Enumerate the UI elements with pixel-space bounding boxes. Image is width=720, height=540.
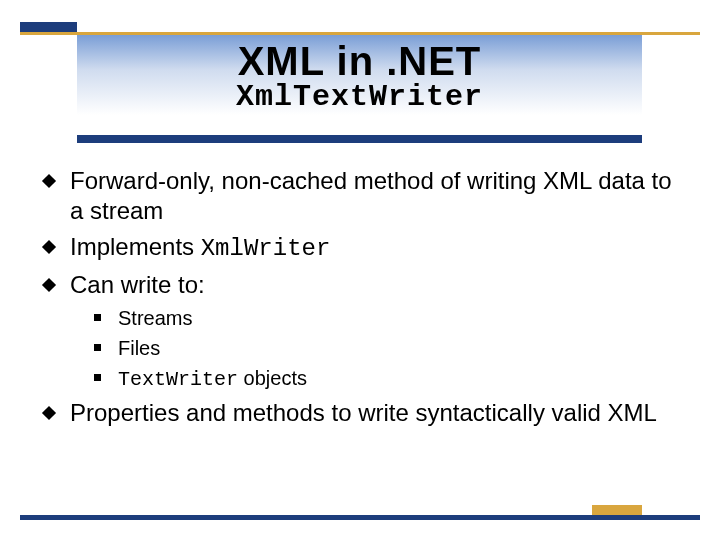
banner-underline (77, 135, 642, 143)
square-bullet-icon (94, 344, 101, 351)
slide: XML in .NET XmlTextWriter Forward-only, … (0, 0, 720, 540)
square-bullet-icon (94, 374, 101, 381)
bullet-item: Properties and methods to write syntacti… (40, 398, 680, 428)
top-accent-bar (20, 22, 77, 32)
sub-bullet-item: Files (88, 336, 680, 361)
sub-bullet-suffix: objects (238, 367, 307, 389)
sub-bullet-text: Files (118, 337, 160, 359)
bullet-text: Implements (70, 233, 201, 260)
title-banner: XML in .NET XmlTextWriter (77, 35, 642, 135)
bullet-text: Can write to: (70, 271, 205, 298)
square-bullet-icon (94, 314, 101, 321)
bullet-item: Can write to: (40, 270, 680, 300)
diamond-bullet-icon (42, 406, 56, 420)
bullet-item: Implements XmlWriter (40, 232, 680, 264)
diamond-bullet-icon (42, 240, 56, 254)
sub-bullet-text: Streams (118, 307, 192, 329)
bullet-text: Properties and methods to write syntacti… (70, 399, 657, 426)
bullet-item: Forward-only, non-cached method of writi… (40, 166, 680, 226)
diamond-bullet-icon (42, 174, 56, 188)
slide-subtitle: XmlTextWriter (77, 80, 642, 114)
bullet-mono: XmlWriter (201, 235, 331, 262)
sub-bullet-item: Streams (88, 306, 680, 331)
slide-body: Forward-only, non-cached method of writi… (40, 160, 680, 434)
bullet-text: Forward-only, non-cached method of writi… (70, 167, 672, 224)
sub-bullet-item: TextWriter objects (88, 366, 680, 392)
diamond-bullet-icon (42, 278, 56, 292)
bottom-navy-line (20, 515, 700, 520)
slide-title: XML in .NET (77, 39, 642, 84)
sub-bullet-mono: TextWriter (118, 368, 238, 391)
bottom-gold-segment (592, 505, 642, 515)
